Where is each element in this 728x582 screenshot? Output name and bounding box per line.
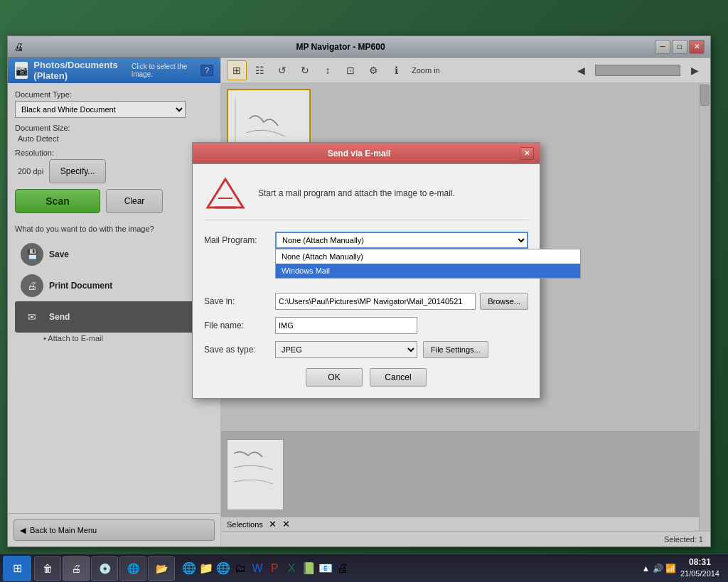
dialog-titlebar: Send via E-mail ✕ xyxy=(193,143,540,164)
save-type-label: Save as type: xyxy=(204,345,275,355)
taskbar: ⊞ 🗑 🖨 💿 🌐 📂 🌐 📁 🌐 🗂 W P X 📗 📧 🖨 xyxy=(0,554,728,582)
svg-marker-4 xyxy=(208,179,243,208)
burn-icon: 💿 xyxy=(97,561,112,576)
dialog-close-button[interactable]: ✕ xyxy=(520,147,534,160)
ie-icon[interactable]: 🌐 xyxy=(182,561,196,576)
mail-program-select[interactable]: None (Attach Manually) xyxy=(275,232,528,249)
mail-program-dropdown-wrapper: None (Attach Manually) None (Attach Manu… xyxy=(275,232,528,249)
office-icon[interactable]: 📗 xyxy=(301,561,316,576)
dialog-logo xyxy=(204,176,247,211)
taskbar-item-mp-navigator[interactable]: 🖨 xyxy=(63,556,90,581)
dialog-buttons: OK Cancel xyxy=(204,368,528,387)
clock-date: 21/05/2014 xyxy=(680,568,719,579)
mail-program-label: Mail Program: xyxy=(204,235,275,245)
dialog-description: Start a mail program and attach the imag… xyxy=(258,188,528,198)
save-in-content: Browse... xyxy=(275,293,528,310)
word-icon[interactable]: W xyxy=(250,561,264,576)
go-icon: 📂 xyxy=(154,561,168,576)
file-name-row: File name: xyxy=(204,317,528,334)
dropdown-none-option[interactable]: None (Attach Manually) xyxy=(276,249,580,264)
chrome-icon[interactable]: 🌐 xyxy=(216,561,230,576)
taskbar-item-burn[interactable]: 💿 xyxy=(91,556,118,581)
email-icon[interactable]: 📧 xyxy=(318,561,333,576)
cancel-button[interactable]: Cancel xyxy=(370,368,427,387)
mail-program-dropdown-list: None (Attach Manually) Windows Mail xyxy=(275,249,581,279)
folder-icon[interactable]: 📁 xyxy=(199,561,213,576)
file-settings-button[interactable]: File Settings... xyxy=(423,341,488,358)
mail-program-row: Mail Program: None (Attach Manually) Non… xyxy=(204,232,528,249)
file-name-input[interactable] xyxy=(275,317,417,334)
clock-time: 08:31 xyxy=(680,556,719,568)
mp-navigator-icon: 🖨 xyxy=(69,561,83,576)
taskbar-tray: ▲ 🔊 📶 08:31 21/05/2014 xyxy=(636,556,725,579)
dialog-title: Send via E-mail xyxy=(198,149,520,158)
file-name-content xyxy=(275,317,528,334)
save-type-content: JPEG File Settings... xyxy=(275,341,528,358)
ok-button[interactable]: OK xyxy=(306,368,363,387)
ppt-icon[interactable]: P xyxy=(267,561,282,576)
canon-taskbar-icon[interactable]: 🖨 xyxy=(336,561,350,576)
save-path-input[interactable] xyxy=(275,293,476,310)
excel-icon[interactable]: X xyxy=(284,561,299,576)
recycle-icon: 🗑 xyxy=(41,561,55,576)
save-in-label: Save in: xyxy=(204,296,275,306)
dialog-body: Start a mail program and attach the imag… xyxy=(193,164,540,398)
save-type-row: Save as type: JPEG File Settings... xyxy=(204,341,528,358)
taskbar-item-recycle[interactable]: 🗑 xyxy=(34,556,61,581)
email-dialog: Send via E-mail ✕ Start a mail program a… xyxy=(192,142,540,399)
dialog-header-row: Start a mail program and attach the imag… xyxy=(204,176,528,220)
tray-icons: ▲ 🔊 📶 xyxy=(641,564,676,573)
taskbar-item-go[interactable]: 📂 xyxy=(148,556,175,581)
canon-logo-svg xyxy=(204,176,247,211)
start-button[interactable]: ⊞ xyxy=(3,556,31,581)
save-type-select[interactable]: JPEG xyxy=(275,341,417,358)
taskbar-items: 🗑 🖨 💿 🌐 📂 🌐 📁 🌐 🗂 W P X 📗 📧 🖨 xyxy=(34,556,636,581)
browse-button[interactable]: Browse... xyxy=(480,293,528,310)
save-in-row-container: Save in: Browse... xyxy=(204,293,528,310)
dropdown-windows-mail-option[interactable]: Windows Mail xyxy=(276,264,580,278)
taskbar-clock: 08:31 21/05/2014 xyxy=(680,556,719,579)
explorer-icon: 🌐 xyxy=(126,561,140,576)
file-name-label: File name: xyxy=(204,320,275,330)
windows-explorer-icon[interactable]: 🗂 xyxy=(233,561,247,576)
taskbar-item-explorer[interactable]: 🌐 xyxy=(119,556,146,581)
